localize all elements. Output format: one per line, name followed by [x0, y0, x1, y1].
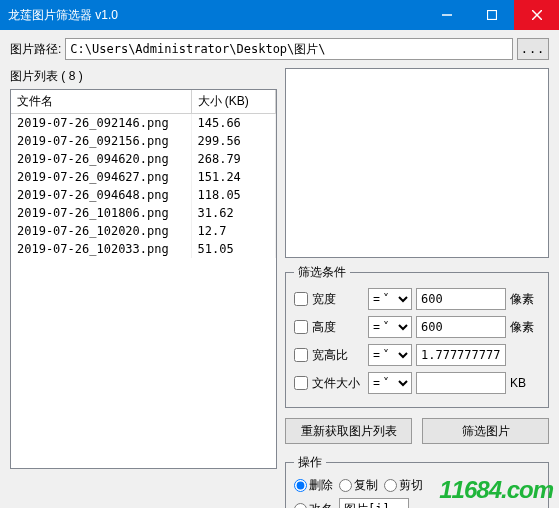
table-row[interactable]: 2019-07-26_092156.png299.56 [11, 132, 276, 150]
cell-size: 299.56 [191, 132, 276, 150]
filter-ratio-check[interactable] [294, 348, 308, 362]
filter-width-value[interactable] [416, 288, 506, 310]
ops-fieldset: 操作 删除 复制 剪切 改名 [285, 454, 549, 508]
filter-width-label: 宽度 [312, 291, 364, 308]
table-row[interactable]: 2019-07-26_094620.png268.79 [11, 150, 276, 168]
path-label: 图片路径: [10, 41, 61, 58]
filter-filesize-value[interactable] [416, 372, 506, 394]
ops-row-2: 改名 [294, 498, 540, 508]
ops-legend: 操作 [294, 454, 326, 471]
op-copy[interactable]: 复制 [339, 477, 378, 494]
table-row[interactable]: 2019-07-26_102033.png51.05 [11, 240, 276, 258]
op-copy-radio[interactable] [339, 479, 352, 492]
cell-size: 51.05 [191, 240, 276, 258]
svg-line-2 [532, 10, 542, 20]
close-button[interactable] [514, 0, 559, 30]
table-row[interactable]: 2019-07-26_094627.png151.24 [11, 168, 276, 186]
cell-filename: 2019-07-26_094648.png [11, 186, 191, 204]
rename-pattern-input[interactable] [339, 498, 409, 508]
cell-filename: 2019-07-26_102033.png [11, 240, 191, 258]
filter-filesize-row: 文件大小 = ˅ KB [294, 371, 540, 395]
filter-ratio-label: 宽高比 [312, 347, 364, 364]
filter-height-value[interactable] [416, 316, 506, 338]
filter-filesize-unit: KB [510, 376, 540, 390]
op-delete[interactable]: 删除 [294, 477, 333, 494]
cell-filename: 2019-07-26_094627.png [11, 168, 191, 186]
op-cut-radio[interactable] [384, 479, 397, 492]
table-row[interactable]: 2019-07-26_102020.png12.7 [11, 222, 276, 240]
cell-size: 12.7 [191, 222, 276, 240]
op-rename-radio[interactable] [294, 503, 307, 509]
filter-height-row: 高度 = ˅ 像素 [294, 315, 540, 339]
titlebar: 龙莲图片筛选器 v1.0 [0, 0, 559, 30]
file-table: 文件名 大小 (KB) 2019-07-26_092146.png145.662… [10, 89, 277, 469]
filter-height-check[interactable] [294, 320, 308, 334]
filter-width-unit: 像素 [510, 291, 540, 308]
filter-width-row: 宽度 = ˅ 像素 [294, 287, 540, 311]
filter-filesize-label: 文件大小 [312, 375, 364, 392]
filter-legend: 筛选条件 [294, 264, 350, 281]
cell-filename: 2019-07-26_094620.png [11, 150, 191, 168]
filter-ratio-op[interactable]: = ˅ [368, 344, 412, 366]
cell-filename: 2019-07-26_102020.png [11, 222, 191, 240]
cell-filename: 2019-07-26_092156.png [11, 132, 191, 150]
list-count-label: 图片列表 ( 8 ) [10, 68, 277, 85]
browse-button[interactable]: ... [517, 38, 549, 60]
path-row: 图片路径: ... [10, 38, 549, 60]
left-column: 图片列表 ( 8 ) 文件名 大小 (KB) 2019-07-26_092146… [10, 68, 277, 508]
op-rename[interactable]: 改名 [294, 501, 333, 509]
content-area: 图片路径: ... 图片列表 ( 8 ) 文件名 大小 (KB) 2019-07… [0, 30, 559, 508]
op-cut[interactable]: 剪切 [384, 477, 423, 494]
filter-images-button[interactable]: 筛选图片 [422, 418, 549, 444]
path-input[interactable] [65, 38, 513, 60]
window-title: 龙莲图片筛选器 v1.0 [8, 7, 424, 24]
right-column: 筛选条件 宽度 = ˅ 像素 高度 = ˅ 像素 宽高比 [285, 68, 549, 508]
filter-height-label: 高度 [312, 319, 364, 336]
main-row: 图片列表 ( 8 ) 文件名 大小 (KB) 2019-07-26_092146… [10, 68, 549, 508]
table-row[interactable]: 2019-07-26_101806.png31.62 [11, 204, 276, 222]
filter-width-op[interactable]: = ˅ [368, 288, 412, 310]
table-row[interactable]: 2019-07-26_092146.png145.66 [11, 114, 276, 133]
filter-height-unit: 像素 [510, 319, 540, 336]
filter-filesize-check[interactable] [294, 376, 308, 390]
op-delete-radio[interactable] [294, 479, 307, 492]
filter-ratio-value[interactable] [416, 344, 506, 366]
svg-line-3 [532, 10, 542, 20]
maximize-button[interactable] [469, 0, 514, 30]
cell-size: 118.05 [191, 186, 276, 204]
cell-size: 151.24 [191, 168, 276, 186]
cell-size: 145.66 [191, 114, 276, 133]
filter-fieldset: 筛选条件 宽度 = ˅ 像素 高度 = ˅ 像素 宽高比 [285, 264, 549, 408]
svg-rect-1 [487, 11, 496, 20]
cell-filename: 2019-07-26_092146.png [11, 114, 191, 133]
minimize-button[interactable] [424, 0, 469, 30]
col-size[interactable]: 大小 (KB) [191, 90, 276, 114]
cell-size: 268.79 [191, 150, 276, 168]
cell-size: 31.62 [191, 204, 276, 222]
ops-row-1: 删除 复制 剪切 [294, 477, 540, 494]
preview-pane [285, 68, 549, 258]
filter-ratio-row: 宽高比 = ˅ [294, 343, 540, 367]
reload-list-button[interactable]: 重新获取图片列表 [285, 418, 412, 444]
filter-width-check[interactable] [294, 292, 308, 306]
action-row: 重新获取图片列表 筛选图片 [285, 418, 549, 444]
filter-height-op[interactable]: = ˅ [368, 316, 412, 338]
table-row[interactable]: 2019-07-26_094648.png118.05 [11, 186, 276, 204]
filter-filesize-op[interactable]: = ˅ [368, 372, 412, 394]
col-filename[interactable]: 文件名 [11, 90, 191, 114]
cell-filename: 2019-07-26_101806.png [11, 204, 191, 222]
